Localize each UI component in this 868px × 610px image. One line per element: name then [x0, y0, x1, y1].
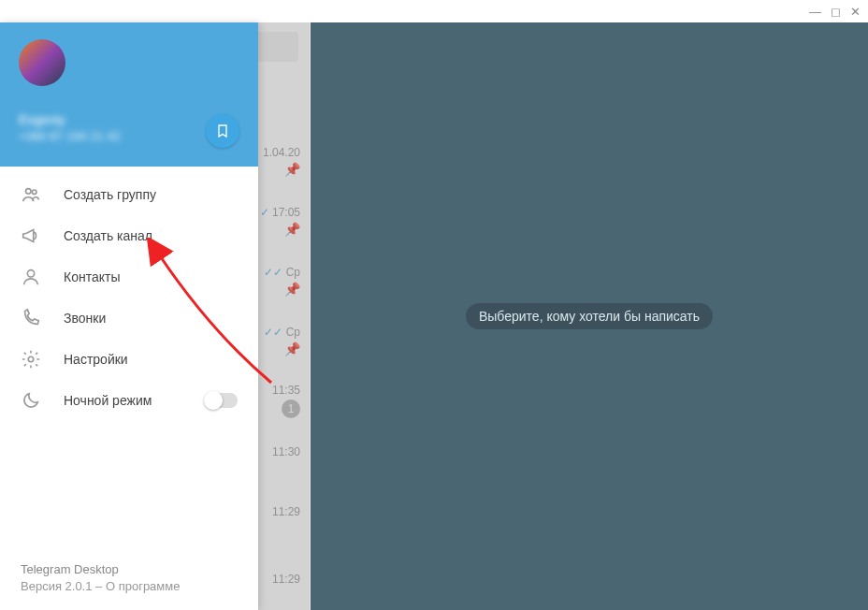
- saved-messages-button[interactable]: [206, 114, 239, 148]
- maximize-button[interactable]: ◻: [831, 5, 841, 19]
- empty-state-hint: Выберите, кому хотели бы написать: [466, 303, 713, 329]
- main-area: Выберите, кому хотели бы написать: [311, 22, 868, 610]
- minimize-button[interactable]: —: [809, 5, 821, 19]
- svg-point-0: [26, 189, 32, 195]
- megaphone-icon: [21, 225, 41, 246]
- drawer-menu: Создать группу Создать канал Контакты Зв…: [0, 167, 258, 549]
- menu-label: Настройки: [64, 352, 128, 367]
- group-icon: [21, 184, 41, 205]
- phone-icon: [21, 308, 41, 328]
- menu-new-channel[interactable]: Создать канал: [0, 215, 258, 256]
- night-mode-toggle[interactable]: [206, 393, 238, 408]
- app-name: Telegram Desktop: [21, 562, 238, 576]
- menu-label: Создать группу: [64, 187, 156, 202]
- svg-point-3: [28, 356, 34, 362]
- menu-calls[interactable]: Звонки: [0, 298, 258, 339]
- drawer-header: Evgeniy +380 67 194 21 42: [0, 22, 258, 167]
- drawer-footer: Telegram Desktop Версия 2.0.1 – О програ…: [0, 549, 258, 610]
- settings-icon: [21, 349, 41, 370]
- titlebar: — ◻ ✕: [0, 0, 868, 22]
- svg-point-1: [32, 190, 36, 195]
- close-button[interactable]: ✕: [850, 5, 861, 19]
- menu-contacts[interactable]: Контакты: [0, 256, 258, 298]
- svg-point-2: [27, 270, 34, 277]
- menu-label: Контакты: [64, 269, 120, 284]
- menu-night-mode[interactable]: Ночной режим: [0, 380, 258, 421]
- menu-label: Ночной режим: [64, 393, 152, 408]
- menu-settings[interactable]: Настройки: [0, 339, 258, 380]
- user-avatar[interactable]: [19, 39, 65, 86]
- menu-new-group[interactable]: Создать группу: [0, 174, 258, 215]
- menu-label: Звонки: [64, 311, 106, 326]
- bookmark-icon: [215, 123, 230, 138]
- side-drawer: Evgeniy +380 67 194 21 42 Создать группу…: [0, 22, 258, 610]
- contact-icon: [21, 267, 41, 287]
- moon-icon: [21, 390, 41, 411]
- menu-label: Создать канал: [64, 228, 152, 243]
- version-about[interactable]: Версия 2.0.1 – О программе: [21, 579, 238, 593]
